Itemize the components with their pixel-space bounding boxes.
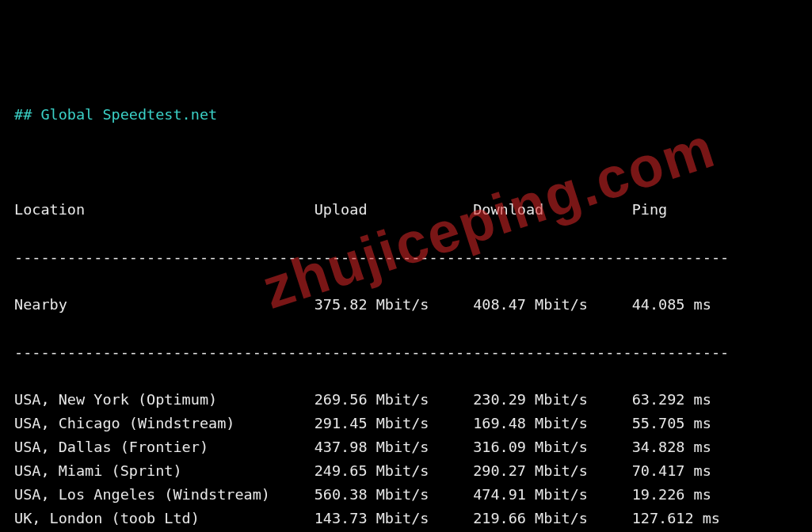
table-row: USA, Los Angeles (Windstream)560.38 Mbit…: [14, 483, 798, 507]
cell-ping: 19.226 ms: [632, 483, 711, 507]
cell-upload: 560.38 Mbit/s: [315, 483, 473, 507]
cell-upload: 249.65 Mbit/s: [315, 459, 473, 483]
cell-location: USA, Chicago (Windstream): [14, 412, 315, 435]
cell-upload: 437.98 Mbit/s: [315, 435, 473, 459]
separator-line: ----------------------------------------…: [14, 340, 798, 364]
cell-ping: 34.828 ms: [632, 435, 711, 459]
header-ping: Ping: [632, 198, 668, 222]
nearby-upload: 375.82 Mbit/s: [315, 293, 473, 317]
cell-ping: 55.705 ms: [632, 412, 711, 435]
cell-location: USA, Los Angeles (Windstream): [14, 483, 315, 507]
section-title: ## Global Speedtest.net: [14, 103, 798, 127]
cell-download: 230.29 Mbit/s: [473, 388, 631, 412]
table-body: USA, New York (Optimum)269.56 Mbit/s230.…: [14, 388, 798, 532]
cell-download: 474.91 Mbit/s: [473, 483, 631, 507]
table-row: USA, New York (Optimum)269.56 Mbit/s230.…: [14, 388, 798, 412]
table-row: USA, Dallas (Frontier)437.98 Mbit/s316.0…: [14, 435, 798, 459]
cell-download: 316.09 Mbit/s: [473, 435, 631, 459]
header-location: Location: [14, 198, 315, 222]
cell-location: UK, London (toob Ltd): [14, 507, 315, 530]
table-header: LocationUploadDownloadPing: [14, 198, 798, 222]
cell-ping: 70.417 ms: [632, 459, 711, 483]
cell-download: 219.66 Mbit/s: [473, 507, 631, 530]
nearby-row: Nearby375.82 Mbit/s408.47 Mbit/s44.085 m…: [14, 293, 798, 317]
separator-line: ----------------------------------------…: [14, 245, 798, 269]
cell-download: 290.27 Mbit/s: [473, 459, 631, 483]
header-download: Download: [473, 198, 631, 222]
cell-location: USA, Dallas (Frontier): [14, 435, 315, 459]
header-upload: Upload: [315, 198, 473, 222]
cell-ping: 127.612 ms: [632, 507, 720, 530]
cell-ping: 63.292 ms: [632, 388, 711, 412]
nearby-download: 408.47 Mbit/s: [473, 293, 631, 317]
table-row: UK, London (toob Ltd)143.73 Mbit/s219.66…: [14, 507, 798, 530]
cell-location: USA, New York (Optimum): [14, 388, 315, 412]
blank-line: [14, 150, 798, 174]
table-row: USA, Chicago (Windstream)291.45 Mbit/s16…: [14, 412, 798, 435]
cell-download: 169.48 Mbit/s: [473, 412, 631, 435]
cell-upload: 269.56 Mbit/s: [315, 388, 473, 412]
cell-location: USA, Miami (Sprint): [14, 459, 315, 483]
nearby-ping: 44.085 ms: [632, 293, 711, 317]
cell-upload: 143.73 Mbit/s: [315, 507, 473, 530]
cell-upload: 291.45 Mbit/s: [315, 412, 473, 435]
nearby-location: Nearby: [14, 293, 315, 317]
table-row: USA, Miami (Sprint)249.65 Mbit/s290.27 M…: [14, 459, 798, 483]
